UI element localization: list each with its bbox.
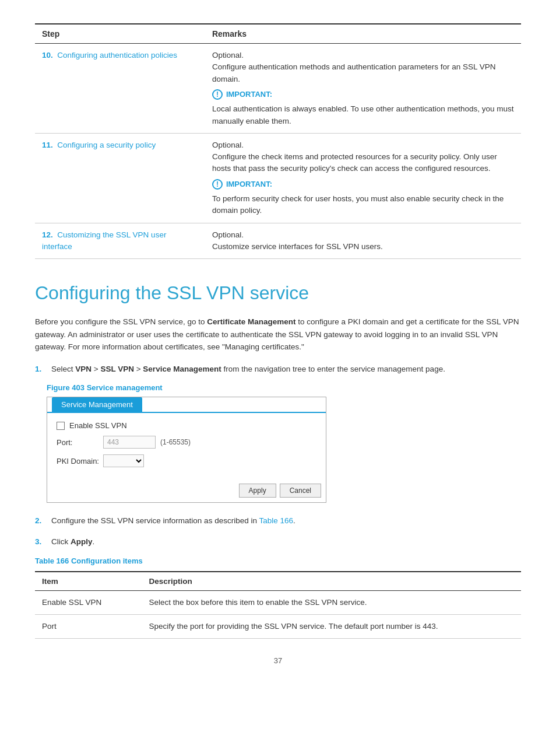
remark-important-text: To perform security check for user hosts…	[212, 193, 514, 217]
important-block: ! IMPORTANT:	[212, 89, 514, 100]
step-2-text: Configure the SSL VPN service informatio…	[51, 514, 295, 527]
step-3-text: Click Apply.	[51, 536, 94, 548]
step-link[interactable]: Customizing the SSL VPN user interface	[42, 230, 166, 251]
step-1-text: Select VPN > SSL VPN > Service Managemen…	[51, 363, 445, 376]
config-table: Item Description Enable SSL VPN Select t…	[35, 571, 521, 639]
important-label: IMPORTANT:	[226, 89, 272, 100]
step-number: 12.	[42, 230, 53, 239]
port-hint: (1-65535)	[160, 438, 191, 446]
remark-optional: Optional.	[212, 229, 514, 241]
step-col-header: Step	[35, 24, 205, 44]
step-1-number: 1.	[35, 363, 47, 376]
step-cell: 11. Configuring a security policy	[35, 133, 205, 223]
table-row: 10. Configuring authentication policies …	[35, 44, 521, 134]
remarks-cell: Optional. Configure authentication metho…	[205, 44, 521, 134]
table-row: Port Specify the port for providing the …	[35, 614, 521, 638]
svcmgmt-bold: Service Management	[143, 365, 221, 373]
remarks-col-header: Remarks	[205, 24, 521, 44]
pki-domain-label: PKI Domain:	[57, 457, 103, 466]
bold-cert-mgmt: Certificate Management	[207, 317, 295, 326]
remark-optional: Optional.	[212, 139, 514, 151]
step-link[interactable]: Configuring a security policy	[57, 141, 156, 149]
important-block: ! IMPORTANT:	[212, 178, 514, 190]
port-label: Port:	[57, 438, 103, 447]
important-icon: !	[212, 89, 223, 100]
port-row: Port: (1-65535)	[57, 436, 316, 449]
remark-text: Configure authentication methods and aut…	[212, 61, 514, 85]
table-row: Enable SSL VPN Select the box before thi…	[35, 590, 521, 614]
service-management-mockup: Service Management Enable SSL VPN Port: …	[47, 397, 326, 503]
step-2-number: 2.	[35, 514, 47, 527]
apply-button[interactable]: Apply	[239, 484, 276, 498]
desc-col-header: Description	[142, 572, 521, 591]
step-1: 1. Select VPN > SSL VPN > Service Manage…	[35, 363, 521, 376]
remark-optional: Optional.	[212, 50, 514, 61]
item-col-header: Item	[35, 572, 142, 591]
desc-cell: Select the box before this item to enabl…	[142, 590, 521, 614]
pki-domain-row: PKI Domain:	[57, 454, 316, 467]
tab-bar: Service Management	[47, 397, 326, 413]
remark-important-text: Local authentication is always enabled. …	[212, 103, 514, 127]
remark-text: Configure the check items and protected …	[212, 151, 514, 175]
sslvpn-bold: SSL VPN	[100, 365, 134, 373]
step-link[interactable]: Configuring authentication policies	[57, 51, 177, 60]
step-cell: 10. Configuring authentication policies	[35, 44, 205, 134]
important-label: IMPORTANT:	[226, 178, 272, 190]
enable-ssl-label: Enable SSL VPN	[69, 421, 127, 430]
enable-ssl-checkbox[interactable]	[57, 422, 65, 430]
step-3-after: .	[93, 537, 95, 546]
table-row: 12. Customizing the SSL VPN user interfa…	[35, 223, 521, 259]
page-number: 37	[35, 656, 521, 665]
service-management-tab[interactable]: Service Management	[52, 397, 142, 412]
ui-body: Enable SSL VPN Port: (1-65535) PKI Domai…	[47, 413, 326, 481]
section-heading: Configuring the SSL VPN service	[35, 282, 521, 304]
enable-ssl-row: Enable SSL VPN	[57, 421, 316, 430]
important-icon: !	[212, 179, 223, 190]
remark-text: Customize service interfaces for SSL VPN…	[212, 241, 514, 253]
step-number: 10.	[42, 51, 53, 60]
table-row: 11. Configuring a security policy Option…	[35, 133, 521, 223]
step-cell: 12. Customizing the SSL VPN user interfa…	[35, 223, 205, 259]
step-3-number: 3.	[35, 536, 47, 548]
figure-caption: Figure 403 Service management	[47, 383, 521, 392]
pki-domain-select[interactable]	[103, 454, 144, 467]
intro-paragraph: Before you configure the SSL VPN service…	[35, 316, 521, 354]
item-cell: Port	[35, 614, 142, 638]
top-steps-table: Step Remarks 10. Configuring authenticat…	[35, 23, 521, 259]
cancel-button[interactable]: Cancel	[280, 484, 321, 498]
step-2: 2. Configure the SSL VPN service informa…	[35, 514, 521, 527]
item-cell: Enable SSL VPN	[35, 590, 142, 614]
desc-cell: Specify the port for providing the SSL V…	[142, 614, 521, 638]
table-166-link[interactable]: Table 166	[259, 516, 293, 525]
step-number: 11.	[42, 141, 53, 149]
port-input[interactable]	[103, 436, 156, 449]
vpn-bold: VPN	[75, 365, 92, 373]
step-3: 3. Click Apply.	[35, 536, 521, 548]
table-166-title: Table 166 Configuration items	[35, 556, 521, 565]
remarks-cell: Optional. Customize service interfaces f…	[205, 223, 521, 259]
step-2-after: .	[293, 516, 295, 525]
apply-bold: Apply	[71, 537, 93, 546]
ui-buttons: Apply Cancel	[47, 481, 326, 502]
remarks-cell: Optional. Configure the check items and …	[205, 133, 521, 223]
